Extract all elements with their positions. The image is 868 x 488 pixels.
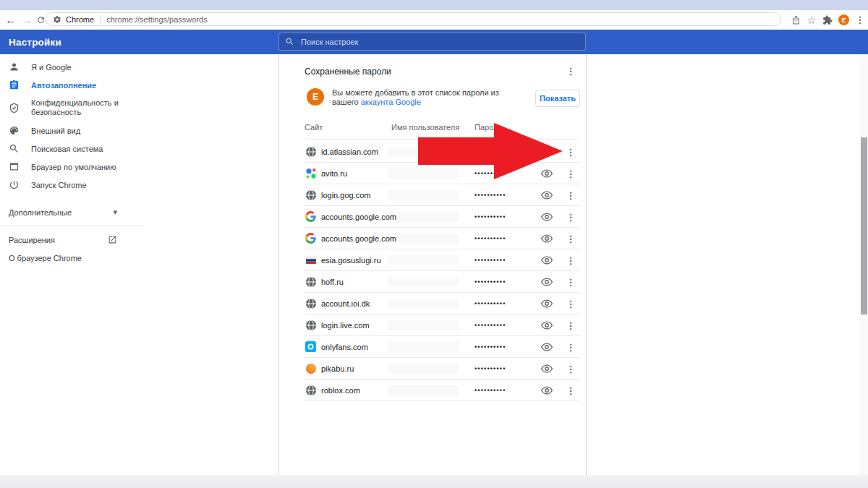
google-g-icon xyxy=(305,233,316,244)
sidebar-item-on-startup[interactable]: Запуск Chrome xyxy=(0,176,145,194)
password-row: roblox.com •••••••••• xyxy=(279,380,587,401)
sidebar-advanced-toggle[interactable]: Дополнительные xyxy=(0,203,117,221)
sidebar-item-autofill[interactable]: Автозаполнение xyxy=(0,76,145,94)
site-favicon xyxy=(305,385,317,396)
row-menu-button[interactable] xyxy=(564,163,577,184)
globe-icon xyxy=(305,320,317,331)
row-menu-button[interactable] xyxy=(564,228,577,249)
google-account-link[interactable]: аккаунта Google xyxy=(361,98,421,106)
sidebar-item-search-engine[interactable]: Поисковая система xyxy=(0,140,145,158)
row-menu-button[interactable] xyxy=(564,293,577,314)
saved-passwords-menu-button[interactable] xyxy=(564,63,577,79)
eye-icon xyxy=(540,297,553,310)
profile-avatar[interactable]: E xyxy=(838,14,849,25)
password-mask: •••••••••• xyxy=(475,271,506,293)
eye-icon xyxy=(540,232,553,245)
site-favicon xyxy=(305,211,317,223)
sidebar-item-privacy-security[interactable]: Конфиденциальность и безопасность xyxy=(0,94,145,121)
globe-icon xyxy=(305,146,317,158)
row-menu-button[interactable] xyxy=(564,206,577,228)
show-password-button[interactable] xyxy=(540,319,553,332)
row-menu-button[interactable] xyxy=(564,271,577,293)
power-icon xyxy=(7,179,20,192)
row-menu-button[interactable] xyxy=(564,336,577,358)
search-icon xyxy=(7,142,20,155)
site-label: accounts.google.com xyxy=(321,228,396,249)
password-row: accounts.google.com •••••••••• xyxy=(279,206,587,228)
site-favicon xyxy=(305,320,317,331)
site-favicon xyxy=(305,233,317,244)
sidebar-item-label: Внешний вид xyxy=(31,127,80,135)
show-password-button[interactable] xyxy=(540,341,553,354)
sidebar-about-label: О браузере Chrome xyxy=(9,254,82,262)
sidebar-extensions-label: Расширения xyxy=(9,236,55,244)
password-row: login.live.com •••••••••• xyxy=(279,314,587,336)
scrollbar-thumb[interactable] xyxy=(861,137,867,314)
extensions-button[interactable] xyxy=(820,10,835,30)
back-button[interactable] xyxy=(2,10,20,30)
site-favicon xyxy=(305,341,317,353)
show-password-button[interactable] xyxy=(540,189,553,202)
bookmark-star-button[interactable] xyxy=(804,10,820,30)
password-row: account.ioi.dk •••••••••• xyxy=(279,293,587,314)
row-menu-button[interactable] xyxy=(564,358,577,380)
onlyfans-icon xyxy=(305,341,316,352)
password-row: esia.gosuslugi.ru •••••••••• xyxy=(279,249,587,271)
sidebar-item-default-browser[interactable]: Браузер по умолчанию xyxy=(0,158,145,176)
eye-icon xyxy=(540,319,553,332)
url-text: chrome://settings/passwords xyxy=(106,15,207,24)
globe-icon xyxy=(305,189,317,201)
share-icon xyxy=(791,15,801,25)
show-password-button[interactable] xyxy=(540,254,553,267)
browser-menu-button[interactable] xyxy=(852,10,868,30)
url-page-label: Chrome xyxy=(66,15,94,24)
settings-sidebar: Я и Google Автозаполнение Конфиденциальн… xyxy=(0,54,145,267)
password-row: pikabu.ru •••••••••• xyxy=(279,358,587,380)
username-censored-block xyxy=(388,320,459,330)
password-row: login.gog.com •••••••••• xyxy=(279,184,587,206)
eye-icon xyxy=(540,341,553,354)
show-passwords-button[interactable]: Показать xyxy=(535,90,580,107)
red-arrow-annotation xyxy=(418,121,564,181)
row-menu-button[interactable] xyxy=(564,380,577,401)
settings-header: Настройки Поиск настроек xyxy=(0,30,868,54)
show-password-button[interactable] xyxy=(540,210,553,223)
row-menu-button[interactable] xyxy=(564,249,577,271)
site-label: hoff.ru xyxy=(321,271,344,293)
username-censored-block xyxy=(388,385,459,395)
username-censored-block xyxy=(388,234,459,244)
row-menu-button[interactable] xyxy=(564,184,577,206)
google-g-icon xyxy=(305,211,316,222)
url-bar[interactable]: Chrome chrome://settings/passwords xyxy=(46,12,781,26)
password-mask: •••••••••• xyxy=(475,249,506,271)
sidebar-item-extensions[interactable]: Расширения xyxy=(0,231,117,249)
site-label: pikabu.ru xyxy=(321,358,354,380)
sidebar-item-you-and-google[interactable]: Я и Google xyxy=(0,58,145,76)
username-censored-block xyxy=(388,299,459,309)
shield-icon xyxy=(7,101,20,114)
row-menu-button[interactable] xyxy=(564,141,577,163)
show-password-button[interactable] xyxy=(540,275,553,288)
site-favicon xyxy=(305,146,317,158)
sidebar-item-label: Поисковая система xyxy=(31,145,103,153)
globe-icon xyxy=(305,385,317,396)
site-label: account.ioi.dk xyxy=(321,293,370,314)
show-password-button[interactable] xyxy=(540,297,553,310)
password-mask: •••••••••• xyxy=(475,206,506,228)
autofill-icon xyxy=(7,79,20,92)
settings-search-input[interactable]: Поиск настроек xyxy=(278,33,586,51)
show-password-button[interactable] xyxy=(540,362,553,375)
pikabu-icon xyxy=(305,363,317,374)
sidebar-item-appearance[interactable]: Внешний вид xyxy=(0,121,145,140)
site-favicon xyxy=(305,276,317,288)
reload-icon xyxy=(36,15,46,25)
sidebar-divider xyxy=(0,226,145,226)
sidebar-item-about-chrome[interactable]: О браузере Chrome xyxy=(0,249,145,267)
show-password-button[interactable] xyxy=(540,232,553,245)
eye-icon xyxy=(540,362,553,375)
google-account-notice: Вы можете добавить в этот список пароли … xyxy=(332,88,527,107)
share-button[interactable] xyxy=(788,10,804,30)
show-password-button[interactable] xyxy=(540,384,553,397)
account-avatar: E xyxy=(307,88,324,106)
row-menu-button[interactable] xyxy=(564,314,577,336)
